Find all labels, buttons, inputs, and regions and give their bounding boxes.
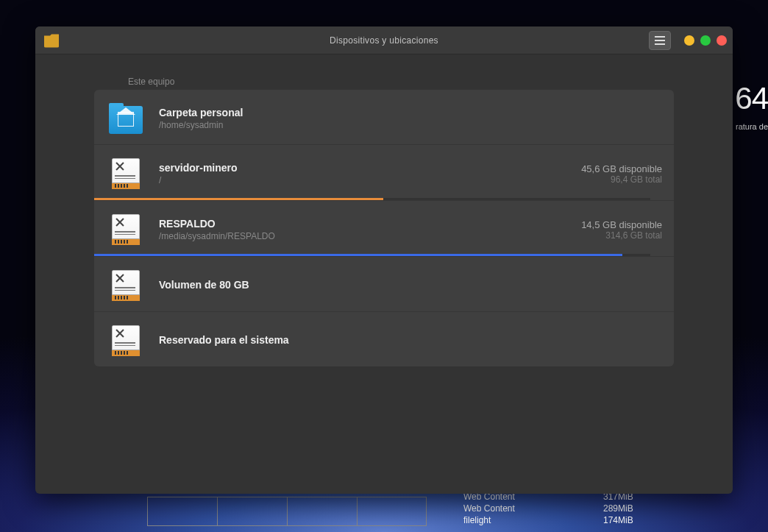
drive-icon xyxy=(106,267,146,304)
storage-info: 45,6 GB disponible 96,4 GB total xyxy=(581,163,662,185)
process-list-fragment: Web Content 317MiB Web Content 289MiB fi… xyxy=(463,491,633,526)
home-folder-icon xyxy=(106,100,146,137)
location-name: servidor-minero xyxy=(159,162,581,174)
drive-icon xyxy=(106,155,146,192)
main-window: Dispositivos y ubicaciones Este equipo C… xyxy=(35,26,733,494)
minimize-button[interactable] xyxy=(684,35,694,46)
hamburger-menu-button[interactable] xyxy=(649,31,671,50)
process-name: Web Content xyxy=(463,503,559,514)
location-row-respaldo[interactable]: RESPALDO /media/sysadmin/RESPALDO 14,5 G… xyxy=(94,201,674,257)
location-name: RESPALDO xyxy=(159,218,581,230)
location-path: /media/sysadmin/RESPALDO xyxy=(159,231,581,241)
location-row-home[interactable]: Carpeta personal /home/sysadmin xyxy=(94,90,674,145)
process-mem: 289MiB xyxy=(603,503,633,514)
location-path: / xyxy=(159,175,581,185)
section-label: Este equipo xyxy=(128,77,674,87)
hamburger-icon xyxy=(655,40,665,41)
desktop-widget: 64 ratura de xyxy=(731,81,768,131)
maximize-button[interactable] xyxy=(700,35,711,46)
drive-icon xyxy=(106,322,146,359)
titlebar[interactable]: Dispositivos y ubicaciones xyxy=(35,26,733,54)
location-name: Reservado para el sistema xyxy=(159,334,662,346)
usage-bar-fill xyxy=(94,254,622,256)
app-icon xyxy=(44,33,59,48)
location-row-vol80[interactable]: Volumen de 80 GB xyxy=(94,257,674,312)
background-table-fragment xyxy=(147,497,427,526)
storage-total: 314,6 GB total xyxy=(581,230,662,241)
close-button[interactable] xyxy=(717,35,727,46)
drive-icon xyxy=(106,211,146,248)
location-name: Carpeta personal xyxy=(159,107,662,118)
desktop-big-number: 64 xyxy=(731,81,768,116)
process-mem: 174MiB xyxy=(603,514,633,526)
process-name: filelight xyxy=(463,514,559,526)
devices-panel: Carpeta personal /home/sysadmin servidor… xyxy=(94,90,674,366)
storage-available: 14,5 GB disponible xyxy=(581,219,662,230)
location-row-root[interactable]: servidor-minero / 45,6 GB disponible 96,… xyxy=(94,145,674,201)
location-name: Volumen de 80 GB xyxy=(159,279,662,291)
storage-info: 14,5 GB disponible 314,6 GB total xyxy=(581,219,662,241)
location-path: /home/sysadmin xyxy=(159,120,662,130)
storage-available: 45,6 GB disponible xyxy=(581,163,662,174)
storage-total: 96,4 GB total xyxy=(581,174,662,185)
usage-bar xyxy=(94,198,650,200)
window-title: Dispositivos y ubicaciones xyxy=(35,35,733,46)
location-row-reserved[interactable]: Reservado para el sistema xyxy=(94,312,674,366)
usage-bar xyxy=(94,254,650,256)
usage-bar-fill xyxy=(94,198,383,200)
content-area: Este equipo Carpeta personal /home/sysad… xyxy=(35,54,733,494)
desktop-small-label: ratura de xyxy=(731,122,768,131)
